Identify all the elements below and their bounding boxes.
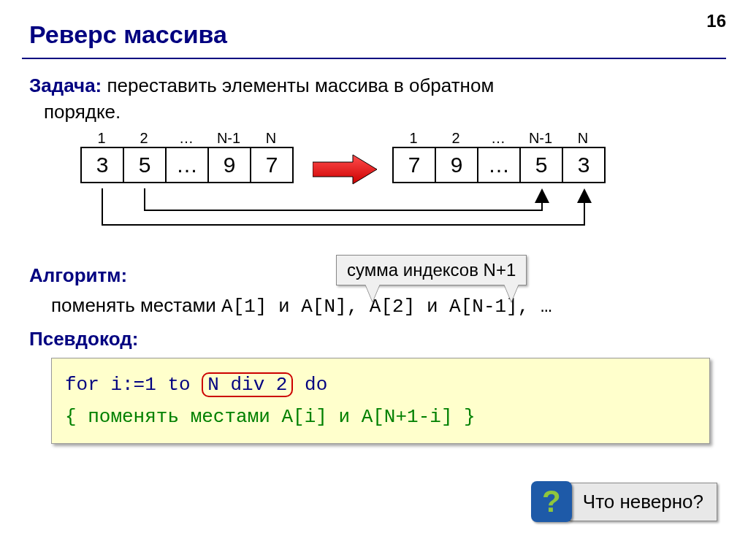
idx: N: [562, 130, 604, 147]
question-box: ? Что неверно?: [531, 481, 717, 522]
content: Задача: переставить элементы массива в о…: [0, 59, 748, 444]
idx: 2: [435, 130, 477, 147]
cell: 5: [521, 148, 563, 182]
cell: 9: [436, 148, 478, 182]
code-block: for i:=1 to N div 2 do { поменять местам…: [51, 358, 710, 444]
idx: 1: [392, 130, 435, 147]
cells-left: 3 5 … 9 7: [80, 147, 294, 183]
cell: …: [478, 148, 521, 182]
idx: N: [250, 130, 292, 147]
array-right: 1 2 … N-1 N 7 9 … 5 3: [392, 130, 606, 183]
idx: …: [477, 130, 519, 147]
cell: …: [167, 148, 209, 182]
cell: 5: [124, 148, 167, 182]
code-l1a: for i:=1 to: [65, 374, 202, 396]
callout-text: сумма индексов N+1: [336, 255, 527, 285]
code-l1b: do: [293, 374, 327, 396]
svg-marker-0: [313, 155, 377, 184]
cell: 3: [82, 148, 124, 182]
question-text: Что неверно?: [569, 483, 717, 521]
reverse-diagram: 1 2 … N-1 N 3 5 … 9 7: [29, 130, 719, 254]
cell: 7: [394, 148, 436, 182]
idx-row-right: 1 2 … N-1 N: [392, 130, 606, 147]
idx: N-1: [207, 130, 250, 147]
task-text-1: переставить элементы массива в обратном: [102, 74, 494, 96]
page-number: 16: [706, 11, 726, 31]
cell: 3: [563, 148, 604, 182]
code-line-2: { поменять местами A[i] и A[N+1-i] }: [65, 401, 696, 433]
task-label: Задача:: [29, 74, 102, 96]
idx-row-left: 1 2 … N-1 N: [80, 130, 294, 147]
code-highlight: N div 2: [202, 372, 293, 397]
cell: 9: [209, 148, 251, 182]
code-line-1: for i:=1 to N div 2 do: [65, 369, 696, 401]
array-left: 1 2 … N-1 N 3 5 … 9 7: [80, 130, 294, 183]
task-line: Задача: переставить элементы массива в о…: [29, 72, 719, 99]
arrow-right-icon: [313, 153, 378, 185]
idx: 2: [123, 130, 165, 147]
task-text-2: порядке.: [44, 101, 121, 123]
cell: 7: [251, 148, 292, 182]
idx: …: [165, 130, 207, 147]
algo-prefix: поменять местами: [51, 294, 221, 316]
question-icon: ?: [531, 481, 572, 522]
idx: 1: [80, 130, 123, 147]
page-title: Реверс массива: [0, 0, 748, 58]
idx: N-1: [519, 130, 562, 147]
callout-bubble: сумма индексов N+1: [336, 255, 527, 304]
cells-right: 7 9 … 5 3: [392, 147, 606, 183]
pseudocode-label: Псевдокод:: [29, 328, 719, 350]
